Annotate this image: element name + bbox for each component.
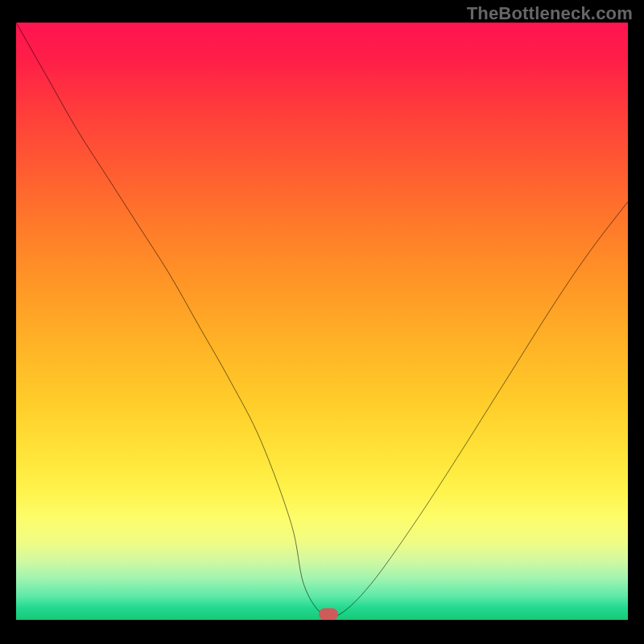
watermark-text: TheBottleneck.com [467, 3, 633, 24]
chart-frame: TheBottleneck.com [0, 0, 644, 644]
plot-area [16, 23, 628, 620]
bottleneck-curve-path [16, 23, 628, 617]
curve-svg [16, 23, 628, 620]
optimum-marker [319, 608, 338, 620]
